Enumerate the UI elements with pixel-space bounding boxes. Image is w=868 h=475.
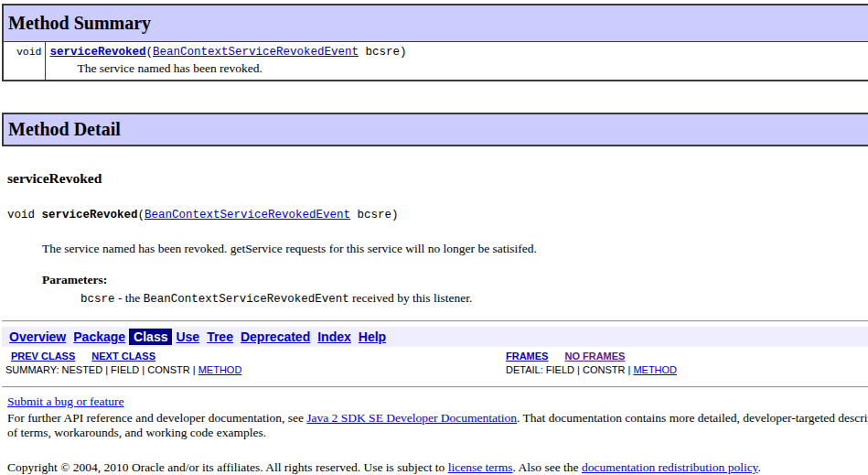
parameters-label: Parameters:: [42, 273, 868, 287]
method-summary-signature: serviceRevoked(BeanContextServiceRevoked…: [50, 46, 868, 59]
method-detail-signature: void serviceRevoked(BeanContextServiceRe…: [7, 209, 868, 221]
prev-class-link[interactable]: PREV CLASS: [11, 351, 75, 362]
deprecated-link[interactable]: Deprecated: [241, 329, 310, 344]
overview-link[interactable]: Overview: [9, 329, 66, 344]
param-type: BeanContextServiceRevokedEvent: [144, 293, 349, 306]
param-mid: - the: [115, 291, 144, 305]
page: Method Summary void serviceRevoked(BeanC…: [0, 0, 868, 475]
sig-paren-open: (: [138, 209, 145, 221]
detail-prefix: DETAIL: FIELD | CONSTR |: [506, 364, 633, 375]
sig-rest: bcsre): [350, 209, 399, 221]
doc-reference-line: For further API reference and developer …: [7, 411, 868, 426]
next-class-link[interactable]: NEXT CLASS: [91, 351, 155, 362]
summary-method-link[interactable]: METHOD: [198, 364, 242, 375]
submit-bug-line: Submit a bug or feature: [7, 394, 868, 409]
bean-context-event-link[interactable]: BeanContextServiceRevokedEvent: [145, 209, 350, 221]
index-link[interactable]: Index: [317, 329, 351, 344]
method-detail-table: Method Detail: [2, 113, 868, 146]
nav-item-index[interactable]: Index: [314, 329, 355, 345]
tree-link[interactable]: Tree: [207, 329, 233, 344]
nav-item-class: Class: [129, 329, 172, 345]
copyright-end: .: [758, 460, 761, 474]
doc-reference-line2: of terms, workarounds, and working code …: [7, 426, 868, 440]
copyright-text: Copyright © 2004, 2010 Oracle and/or its…: [7, 460, 448, 474]
method-detail-heading: serviceRevoked: [7, 170, 868, 187]
method-detail-header-row: Method Detail: [3, 113, 868, 146]
summary-anchors: SUMMARY: NESTED | FIELD | CONSTR | METHO…: [2, 364, 506, 375]
divider: [2, 386, 868, 388]
sig-prefix: void: [7, 209, 42, 221]
subnav-row-links: PREV CLASSNEXT CLASS FRAMESNO FRAMES: [2, 351, 868, 362]
footer: Submit a bug or feature For further API …: [7, 394, 868, 475]
summary-prefix: SUMMARY: NESTED | FIELD | CONSTR |: [5, 364, 198, 375]
copyright-mid: . Also see the: [513, 460, 582, 474]
frames-link[interactable]: FRAMES: [506, 351, 548, 362]
license-terms-link[interactable]: license terms: [448, 460, 513, 474]
detail-method-link[interactable]: METHOD: [633, 364, 677, 375]
service-revoked-link[interactable]: serviceRevoked: [50, 46, 146, 59]
navigation-bar: OverviewPackageClassUseTreeDeprecatedInd…: [2, 327, 868, 347]
spacer: [2, 81, 868, 113]
divider: [2, 320, 868, 322]
param-name: bcsre: [80, 293, 115, 306]
nav-item-tree[interactable]: Tree: [203, 329, 237, 345]
method-summary-title: Method Summary: [3, 5, 868, 42]
help-link[interactable]: Help: [359, 329, 386, 344]
use-link[interactable]: Use: [176, 329, 199, 344]
method-summary-header-row: Method Summary: [3, 5, 868, 42]
doc-after: . That documentation contains more detai…: [517, 411, 868, 425]
sig-method-name: serviceRevoked: [42, 209, 138, 221]
sdk-docs-link[interactable]: Java 2 SDK SE Developer Documentation: [306, 411, 517, 425]
nav-item-overview[interactable]: Overview: [5, 329, 70, 345]
subnav-row-anchors: SUMMARY: NESTED | FIELD | CONSTR | METHO…: [2, 364, 868, 375]
redistribution-policy-link[interactable]: documentation redistribution policy: [582, 460, 758, 474]
method-summary-row: void serviceRevoked(BeanContextServiceRe…: [3, 42, 868, 81]
copyright-line: Copyright © 2004, 2010 Oracle and/or its…: [7, 460, 868, 475]
param-rest-text: received by this listener.: [349, 291, 473, 305]
nav-item-package[interactable]: Package: [70, 329, 129, 345]
detail-anchors: DETAIL: FIELD | CONSTR | METHOD: [506, 364, 868, 375]
parameter-line: bcsre - the BeanContextServiceRevokedEve…: [80, 291, 868, 306]
paren-open: (: [146, 46, 154, 59]
method-summary-description: The service named has been revoked.: [50, 61, 868, 76]
subnav-left: PREV CLASSNEXT CLASS: [2, 351, 506, 362]
package-link[interactable]: Package: [73, 329, 125, 344]
return-type-cell: void: [3, 42, 45, 81]
param-rest: bcsre): [359, 46, 407, 59]
method-detail-description: The service named has been revoked. getS…: [42, 242, 829, 256]
nav-item-use[interactable]: Use: [172, 329, 203, 345]
doc-before: For further API reference and developer …: [7, 411, 306, 425]
method-detail-title: Method Detail: [3, 113, 868, 146]
subnav-right: FRAMESNO FRAMES: [506, 351, 868, 362]
nav-item-help[interactable]: Help: [355, 329, 390, 345]
submit-bug-link[interactable]: Submit a bug or feature: [7, 394, 123, 408]
method-summary-signature-cell: serviceRevoked(BeanContextServiceRevoked…: [45, 42, 868, 81]
bean-context-event-link[interactable]: BeanContextServiceRevokedEvent: [153, 46, 359, 59]
method-summary-table: Method Summary void serviceRevoked(BeanC…: [2, 4, 868, 81]
nav-item-deprecated[interactable]: Deprecated: [237, 329, 314, 345]
no-frames-link[interactable]: NO FRAMES: [564, 351, 625, 362]
